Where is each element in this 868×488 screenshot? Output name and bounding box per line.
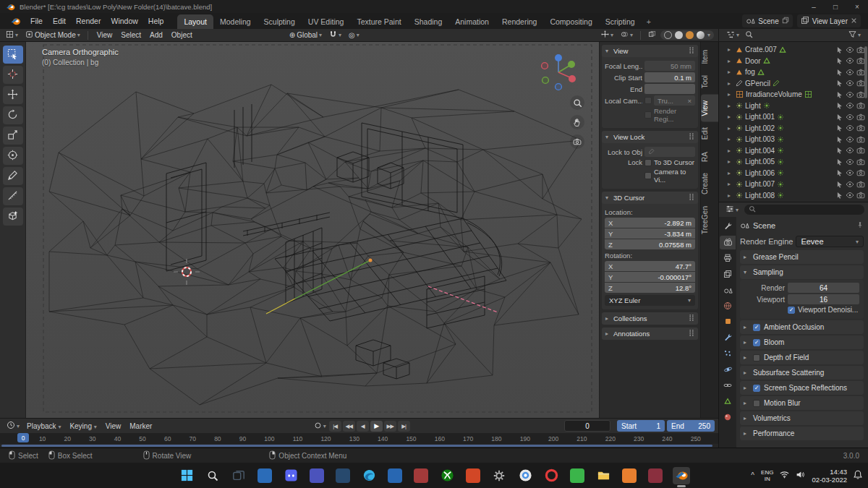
panel-checkbox[interactable]: ✓ xyxy=(753,385,760,392)
taskbar-app-orange[interactable] xyxy=(621,467,638,484)
sidebar-tab-tool[interactable]: Tool xyxy=(701,69,718,94)
tool-rotate[interactable] xyxy=(3,106,23,124)
tool-move[interactable] xyxy=(3,86,23,104)
selectable-toggle-icon[interactable] xyxy=(836,46,843,53)
cursor-rotation-z-field[interactable]: Z12.8° xyxy=(605,283,695,293)
panel-screen-space-reflections[interactable]: ▸✓ Screen Space Reflections xyxy=(740,381,864,395)
view-panel-header[interactable]: ▾View xyxy=(602,45,698,57)
clip-start-field[interactable]: 0.1 m xyxy=(644,72,695,82)
outliner-item[interactable]: ▸ Light.003 xyxy=(719,134,868,145)
outliner-item[interactable]: ▸ Light.007 xyxy=(719,179,868,190)
properties-tab-particles[interactable] xyxy=(720,347,736,361)
cursor-location-y-field[interactable]: Y-3.834 m xyxy=(605,228,695,239)
material-preview-icon[interactable] xyxy=(686,31,694,39)
panel-checkbox[interactable]: ✓ xyxy=(753,324,760,331)
next-keyframe-button[interactable]: ▶▶ xyxy=(384,421,396,432)
panel-checkbox[interactable] xyxy=(753,354,760,361)
workspace-tab-uv-editing[interactable]: UV Editing xyxy=(302,14,351,29)
panel-depth-of-field[interactable]: ▸ Depth of Field xyxy=(740,351,864,364)
properties-tab-modifiers[interactable] xyxy=(720,331,736,345)
outliner-editor-type-button[interactable]: ▾ xyxy=(723,30,742,41)
outliner-filter-button[interactable]: ▾ xyxy=(846,30,864,40)
remove-view-layer-icon[interactable] xyxy=(851,17,857,25)
outliner-item[interactable]: ▸ Light.004 xyxy=(719,145,868,157)
frame-end-field[interactable]: End250 xyxy=(667,420,715,432)
drag-dots-icon[interactable] xyxy=(689,193,694,202)
hide-in-viewport-icon[interactable] xyxy=(846,135,854,144)
workspace-tab-shading[interactable]: Shading xyxy=(408,14,449,29)
menu-help[interactable]: Help xyxy=(143,15,169,27)
selectable-toggle-icon[interactable] xyxy=(836,181,843,188)
cursor-rotation-x-field[interactable]: X47.7° xyxy=(605,261,695,271)
panel-ambient-occlusion[interactable]: ▸✓ Ambient Occlusion xyxy=(740,320,864,334)
outliner-scrollbar[interactable] xyxy=(864,46,867,98)
outliner-item[interactable]: ▸ fog xyxy=(719,67,868,78)
editor-type-button[interactable]: ▾ xyxy=(3,30,21,40)
focal-length-field[interactable]: 50 mm xyxy=(644,61,695,71)
show-gizmo-button[interactable]: ▾ xyxy=(598,30,616,40)
workspace-tab-sculpting[interactable]: Sculpting xyxy=(258,14,302,29)
sampling-render-field[interactable]: 64 xyxy=(788,283,859,293)
hide-in-viewport-icon[interactable] xyxy=(846,90,854,99)
sidebar-tab-edit[interactable]: Edit xyxy=(701,121,718,145)
shading-dropdown-icon[interactable]: ▾ xyxy=(707,32,710,38)
outliner-item[interactable]: ▸ Door xyxy=(719,56,868,67)
outliner-item[interactable]: ▸ Crate.007 xyxy=(719,44,868,56)
taskbar-blender[interactable] xyxy=(673,467,690,484)
expand-arrow-icon[interactable]: ▸ xyxy=(728,125,733,132)
panel-motion-blur[interactable]: ▸ Motion Blur xyxy=(740,396,864,410)
wifi-icon[interactable] xyxy=(780,471,789,480)
hide-in-viewport-icon[interactable] xyxy=(846,56,854,65)
tool-add-cube[interactable] xyxy=(3,207,23,226)
view-lock-panel-header[interactable]: ▾View Lock xyxy=(602,131,698,143)
disable-in-renders-icon[interactable] xyxy=(856,191,865,200)
selectable-toggle-icon[interactable] xyxy=(836,136,843,143)
collections-panel-header[interactable]: ▸Collections xyxy=(602,312,698,325)
panel-bloom[interactable]: ▸✓ Bloom xyxy=(740,335,864,349)
workspace-tab-modeling[interactable]: Modeling xyxy=(213,14,258,29)
hide-in-viewport-icon[interactable] xyxy=(846,46,854,54)
workspace-tab-texture-paint[interactable]: Texture Paint xyxy=(350,14,407,29)
jump-to-start-button[interactable]: |◀ xyxy=(329,421,341,432)
viewport-menu-select[interactable]: Select xyxy=(116,30,145,40)
taskbar-xbox[interactable] xyxy=(438,467,456,484)
taskbar-file-explorer[interactable] xyxy=(595,467,612,484)
taskbar-edge[interactable] xyxy=(360,467,378,484)
selectable-toggle-icon[interactable] xyxy=(836,158,843,166)
drag-dots-icon[interactable] xyxy=(689,329,694,338)
play-reverse-button[interactable]: ◀ xyxy=(357,421,369,432)
timeline-menu-marker[interactable]: Marker xyxy=(125,421,156,431)
panel-sampling[interactable]: ▾ Sampling xyxy=(740,265,864,279)
tool-select-box[interactable] xyxy=(3,46,23,64)
drag-dots-icon[interactable] xyxy=(689,314,694,323)
wireframe-shading-icon[interactable] xyxy=(664,31,672,39)
tool-annotate[interactable] xyxy=(3,167,23,185)
pan-hand-icon[interactable] xyxy=(570,115,584,129)
taskbar-task-view[interactable] xyxy=(230,467,247,484)
volume-icon[interactable] xyxy=(796,471,805,480)
drag-dots-icon[interactable] xyxy=(689,132,694,142)
taskbar-app-maroon[interactable] xyxy=(647,467,664,484)
hide-in-viewport-icon[interactable] xyxy=(846,180,854,189)
add-workspace-button[interactable]: + xyxy=(642,14,656,29)
taskbar-app-navy[interactable] xyxy=(334,467,352,484)
timeline-menu-keying[interactable]: Keying ▾ xyxy=(65,421,101,431)
panel-subsurface-scattering[interactable]: ▸ Subsurface Scattering xyxy=(740,366,864,380)
properties-tab-render[interactable] xyxy=(720,236,736,249)
outliner-item[interactable]: ▸ Light.006 xyxy=(719,168,868,179)
cursor-location-z-field[interactable]: Z0.07558 m xyxy=(605,239,695,249)
properties-tab-physics[interactable] xyxy=(720,363,736,377)
properties-tab-view-layer[interactable] xyxy=(720,267,736,281)
tray-chevron-icon[interactable]: ^ xyxy=(751,471,754,479)
properties-tab-scene[interactable] xyxy=(720,283,736,297)
sidebar-tab-treegen[interactable]: TreeGen xyxy=(701,200,718,240)
tool-cursor-3d[interactable] xyxy=(3,66,23,84)
sidebar-tab-view[interactable]: View xyxy=(701,95,718,122)
properties-tab-object[interactable] xyxy=(720,315,736,329)
workspace-tab-layout[interactable]: Layout xyxy=(177,14,213,29)
properties-tab-constraints[interactable] xyxy=(720,379,736,393)
lock-object-field[interactable] xyxy=(644,147,695,157)
play-button[interactable]: ▶ xyxy=(370,421,383,432)
selectable-toggle-icon[interactable] xyxy=(836,57,843,64)
proportional-edit-button[interactable]: ◎▾ xyxy=(346,30,362,40)
